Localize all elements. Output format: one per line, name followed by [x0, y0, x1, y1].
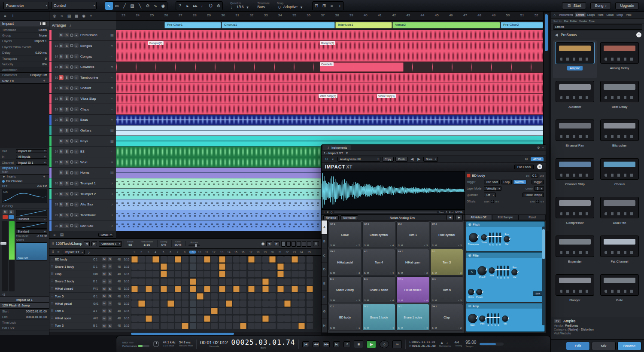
step-cell[interactable]: [307, 315, 313, 322]
step-cell[interactable]: [219, 286, 225, 292]
sample-waveform-display[interactable]: [322, 171, 465, 209]
step-cell[interactable]: [211, 300, 217, 307]
step-cell[interactable]: [240, 263, 246, 270]
bank-button[interactable]: A: [322, 220, 327, 235]
plugin-tile[interactable]: Ampire: [553, 40, 597, 78]
step-cell[interactable]: [307, 286, 313, 292]
step-cell[interactable]: [298, 279, 305, 285]
midi-input-select[interactable]: None: [423, 157, 438, 162]
step-cell[interactable]: [292, 263, 298, 270]
arrange-toolbar-icon[interactable]: ▤: [67, 14, 72, 18]
step-cell[interactable]: [248, 271, 255, 277]
end-offset-knob[interactable]: [536, 200, 539, 203]
tool-button[interactable]: ╲: [136, 2, 144, 10]
pad-solo-button[interactable]: S: [398, 272, 400, 274]
step-cell[interactable]: [298, 256, 305, 263]
step-cell[interactable]: [292, 323, 298, 329]
tool-button[interactable]: ◉: [159, 2, 167, 10]
step-cell[interactable]: [248, 293, 255, 300]
pattern-instrument-select[interactable]: Impact XT: [63, 250, 85, 254]
step-cell[interactable]: [175, 308, 181, 314]
step-cell[interactable]: [204, 308, 210, 314]
drum-pad[interactable]: B 1 Tom 3 S M ◦ 3: [430, 249, 463, 275]
pad-mute-button[interactable]: M: [333, 244, 335, 247]
track-row[interactable]: M S ▸ Percussion ▤: [49, 30, 116, 41]
resonance-knob[interactable]: [489, 267, 495, 274]
channel-monitor-button[interactable]: [9, 215, 14, 219]
cutoff-knob[interactable]: [477, 266, 487, 275]
step-cell[interactable]: [197, 323, 203, 329]
step-cell[interactable]: [226, 300, 232, 307]
sends-panel[interactable]: Auto: Off: [16, 242, 47, 260]
view-switch-button[interactable]: Mix: [592, 342, 616, 350]
track-row[interactable]: 17 M S ▸ Shaker ≈: [49, 83, 116, 94]
pattern-row-header[interactable]: ⠿ Tom 3 B 1 M S 48 1/16: [49, 322, 131, 330]
track-record-arm[interactable]: [70, 213, 73, 217]
plugin-tile[interactable]: Gate: [598, 272, 641, 310]
step-cell[interactable]: [248, 256, 255, 263]
track-monitor-button[interactable]: ▸: [74, 118, 79, 122]
step-cell[interactable]: [211, 323, 217, 329]
step-cell[interactable]: [182, 286, 188, 292]
step-cell[interactable]: [284, 300, 291, 307]
normalize-button[interactable]: Normalize: [340, 215, 358, 220]
gate-preset-select[interactable]: Standard: [16, 217, 47, 221]
step-cell[interactable]: [233, 256, 240, 263]
step-cell[interactable]: [277, 286, 284, 292]
step-cell[interactable]: [277, 300, 284, 307]
drum-pad[interactable]: G 1 Tom 5 S M ◦ 3: [430, 276, 463, 303]
step-cell[interactable]: [298, 315, 305, 322]
step-cell[interactable]: [175, 293, 181, 300]
track-monitor-button[interactable]: ▸: [74, 75, 79, 80]
step-cell[interactable]: [248, 286, 255, 292]
step-cell[interactable]: [226, 286, 232, 292]
gear-icon[interactable]: ⊛: [468, 253, 471, 257]
track-row[interactable]: M S ▸ Keys ▤: [49, 136, 116, 147]
step-cell[interactable]: [255, 256, 261, 263]
track-record-arm[interactable]: [70, 34, 73, 37]
pad-mute-button[interactable]: M: [333, 299, 335, 302]
toolbar-icon[interactable]: ▸▸: [191, 2, 199, 10]
plugin-tile[interactable]: Beat Delay: [598, 79, 641, 117]
row-drag-handle[interactable]: ⠿: [51, 294, 54, 298]
track-record-arm[interactable]: [70, 76, 73, 79]
sort-option[interactable]: Folder: [570, 20, 577, 22]
step-cell[interactable]: [284, 286, 291, 292]
step-cell[interactable]: [233, 286, 240, 292]
step-cell[interactable]: [138, 300, 145, 307]
arrange-toolbar-icon[interactable]: ◉: [81, 14, 86, 18]
inspector-property[interactable]: Timebase Beats: [0, 27, 49, 33]
drum-pad[interactable]: G# 1 HiHat pedal S M ◦ 3: [328, 249, 361, 275]
pad-solo-button[interactable]: S: [364, 272, 366, 274]
tool-button[interactable]: ╱: [121, 2, 128, 10]
pad-solo-button[interactable]: S: [364, 299, 366, 302]
drum-pad[interactable]: D# 2 Ride cymbal S M ◦ 3: [430, 221, 463, 248]
track-row[interactable]: M S ▸ Horns ▤: [49, 168, 116, 178]
punch-knob[interactable]: [476, 289, 483, 295]
row-solo-button[interactable]: S: [108, 287, 112, 291]
track-monitor-button[interactable]: ▸: [74, 33, 79, 37]
marker-property[interactable]: Edit Lock: [0, 325, 49, 331]
inspector-property[interactable]: Velocity 0%: [0, 61, 49, 67]
pattern-row-header[interactable]: ⠿ BD body C 1 M S 48 1/16: [49, 256, 131, 263]
step-cell[interactable]: [307, 279, 313, 285]
step-cell[interactable]: [233, 300, 240, 307]
pad-quantize-select[interactable]: Off: [484, 193, 496, 197]
step-cell[interactable]: [182, 315, 188, 322]
power-icon[interactable]: ⊙: [324, 157, 329, 161]
row-mute-button[interactable]: M: [102, 272, 106, 276]
step-cell[interactable]: [284, 323, 291, 329]
step-cell[interactable]: [226, 263, 232, 270]
threshold-row[interactable]: Threshold -3.18 dB: [16, 235, 47, 238]
main-volume-slider[interactable]: [480, 343, 504, 346]
row-drag-handle[interactable]: ⠿: [51, 287, 54, 291]
step-cell[interactable]: [167, 323, 174, 329]
step-cell[interactable]: [182, 271, 188, 277]
next-sample-button[interactable]: ▶: [456, 215, 463, 220]
visit-website-link[interactable]: Visit Website: [554, 332, 641, 335]
tempo-display[interactable]: 95.00Tempo: [465, 340, 476, 348]
step-cell[interactable]: [175, 300, 181, 307]
pad-solo-button[interactable]: S: [330, 244, 332, 247]
drag-handle-icon[interactable]: ⠿: [52, 242, 54, 246]
step-cell[interactable]: [190, 286, 196, 292]
